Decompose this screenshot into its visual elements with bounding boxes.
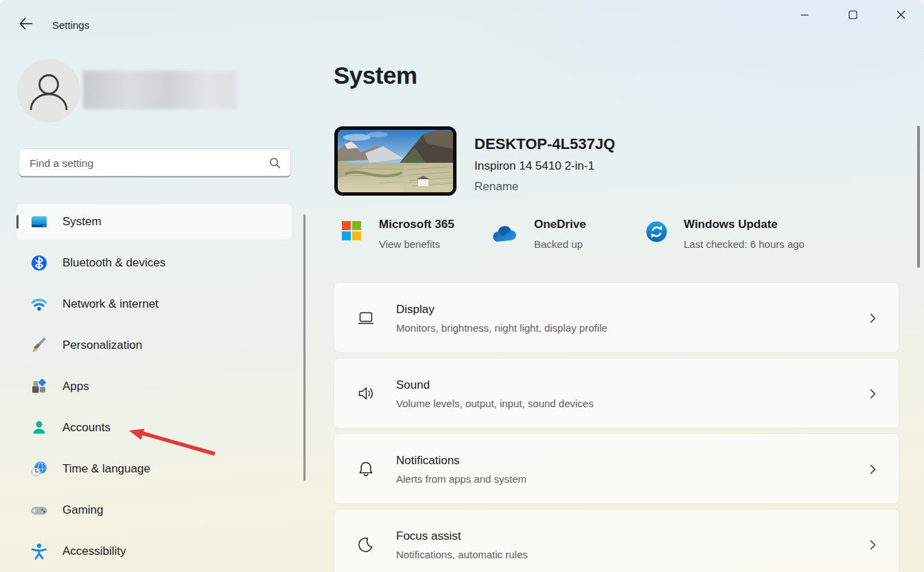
close-button[interactable] — [885, 3, 916, 29]
maximize-button[interactable] — [837, 3, 868, 29]
sidebar-item-label: Gaming — [62, 503, 104, 517]
windows-update-icon — [646, 221, 667, 245]
sidebar-item-time-language[interactable]: Time & language — [16, 451, 292, 487]
app-title: Settings — [52, 19, 89, 31]
notifications-icon — [356, 459, 376, 479]
user-avatar[interactable] — [17, 59, 80, 122]
chevron-right-icon — [870, 313, 876, 326]
card-focus-assist[interactable]: Focus assist Notifications, automatic ru… — [334, 509, 899, 572]
sidebar-item-gaming[interactable]: Gaming — [16, 492, 292, 528]
sidebar-item-personalization[interactable]: Personalization — [16, 328, 292, 363]
sidebar-item-system[interactable]: System — [16, 204, 292, 240]
status-microsoft-365[interactable]: Microsoft 365 View benefits — [342, 217, 454, 251]
focus-assist-icon — [356, 534, 376, 555]
main-scrollbar[interactable] — [917, 126, 920, 268]
page-title: System — [334, 62, 417, 89]
card-subtitle: Notifications, automatic rules — [396, 549, 528, 560]
sidebar-item-network-internet[interactable]: Network & internet — [16, 286, 292, 322]
accessibility-icon — [30, 542, 48, 560]
search-input[interactable] — [19, 157, 264, 170]
onedrive-icon — [490, 225, 518, 246]
apps-icon — [30, 378, 48, 396]
network-icon — [30, 295, 48, 313]
back-arrow-icon — [18, 16, 34, 34]
user-name-redacted — [83, 71, 237, 109]
minimize-icon — [800, 10, 809, 22]
status-subtitle: Backed up — [534, 238, 586, 251]
device-name: DESKTOP-4L537JQ — [474, 135, 615, 153]
status-title: OneDrive — [534, 217, 586, 232]
sound-icon — [356, 383, 376, 404]
status-subtitle[interactable]: View benefits — [379, 238, 454, 251]
minimize-button[interactable] — [789, 3, 820, 29]
sidebar-item-label: Time & language — [62, 462, 150, 476]
microsoft-365-icon — [342, 221, 361, 243]
sidebar-item-accessibility[interactable]: Accessibility — [16, 534, 292, 569]
back-button[interactable] — [14, 14, 37, 36]
search-box — [19, 148, 291, 178]
status-title: Microsoft 365 — [379, 217, 454, 232]
card-subtitle: Alerts from apps and system — [396, 473, 527, 485]
sidebar-item-apps[interactable]: Apps — [16, 369, 292, 404]
device-model: Inspiron 14 5410 2-in-1 — [474, 159, 594, 173]
sidebar-scrollbar[interactable] — [303, 214, 305, 481]
status-subtitle: Last checked: 6 hours ago — [684, 238, 805, 251]
card-notifications[interactable]: Notifications Alerts from apps and syste… — [334, 433, 899, 504]
sidebar-item-label: Accessibility — [62, 545, 126, 558]
selected-indicator — [16, 215, 19, 229]
card-title: Focus assist — [396, 529, 461, 543]
card-title: Sound — [396, 378, 430, 392]
card-subtitle: Monitors, brightness, night light, displ… — [396, 322, 608, 334]
status-windows-update[interactable]: Windows Update Last checked: 6 hours ago — [646, 217, 805, 251]
sidebar-item-bluetooth-devices[interactable]: Bluetooth & devices — [16, 245, 292, 281]
chevron-right-icon — [870, 540, 876, 553]
sidebar-item-label: Apps — [62, 380, 89, 393]
display-icon — [356, 308, 376, 328]
card-sound[interactable]: Sound Volume levels, output, input, soun… — [334, 358, 899, 428]
close-icon — [897, 10, 905, 22]
sidebar-item-label: Personalization — [62, 339, 142, 352]
system-icon — [30, 213, 48, 231]
chevron-right-icon — [870, 464, 876, 477]
sidebar-item-label: System — [62, 215, 102, 229]
card-display[interactable]: Display Monitors, brightness, night ligh… — [334, 282, 899, 353]
sidebar-item-label: Network & internet — [62, 297, 159, 311]
sidebar-item-label: Accounts — [62, 421, 111, 435]
chevron-right-icon — [870, 389, 876, 402]
personalization-icon — [30, 336, 48, 354]
search-icon — [264, 157, 285, 169]
device-wallpaper-thumbnail — [334, 126, 457, 196]
settings-window: Settings — [0, 0, 924, 572]
status-onedrive[interactable]: OneDrive Backed up — [490, 217, 586, 251]
gaming-icon — [30, 501, 48, 519]
card-title: Notifications — [396, 454, 460, 468]
person-icon — [17, 58, 80, 124]
accounts-icon — [30, 419, 48, 437]
maximize-icon — [848, 10, 857, 22]
card-subtitle: Volume levels, output, input, sound devi… — [396, 398, 594, 409]
status-title: Windows Update — [684, 217, 805, 232]
time-language-icon — [30, 460, 48, 478]
card-title: Display — [396, 303, 435, 317]
bluetooth-icon — [30, 254, 48, 272]
rename-button[interactable]: Rename — [474, 180, 518, 194]
sidebar-item-label: Bluetooth & devices — [62, 256, 165, 270]
sidebar-item-accounts[interactable]: Accounts — [16, 410, 292, 446]
